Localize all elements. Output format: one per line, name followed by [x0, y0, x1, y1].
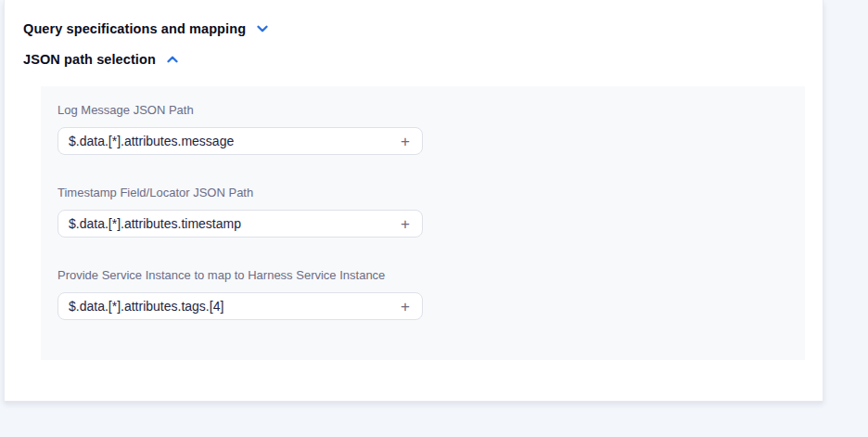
section-title: Query specifications and mapping — [23, 21, 246, 36]
section-header-query-specifications[interactable]: Query specifications and mapping — [23, 20, 271, 37]
page: Query specifications and mapping JSON pa… — [0, 0, 868, 437]
field-service-instance-json-path: Provide Service Instance to map to Harne… — [57, 268, 788, 320]
field-log-message-json-path: Log Message JSON Path + — [57, 103, 788, 155]
timestamp-json-path-field: + — [57, 210, 423, 238]
chevron-down-icon[interactable] — [254, 20, 271, 37]
field-label: Log Message JSON Path — [57, 103, 788, 118]
log-message-json-path-input[interactable] — [58, 128, 399, 154]
service-instance-json-path-field: + — [57, 292, 423, 320]
field-label: Timestamp Field/Locator JSON Path — [57, 186, 788, 200]
field-label: Provide Service Instance to map to Harne… — [57, 268, 788, 283]
settings-card: Query specifications and mapping JSON pa… — [4, 0, 823, 402]
plus-icon[interactable]: + — [399, 134, 412, 149]
plus-icon[interactable]: + — [399, 299, 412, 315]
json-path-selection-panel: Log Message JSON Path + Timestamp Field/… — [41, 86, 805, 360]
section-header-json-path-selection[interactable]: JSON path selection — [23, 51, 181, 68]
plus-icon[interactable]: + — [399, 216, 412, 232]
timestamp-json-path-input[interactable] — [58, 211, 399, 237]
service-instance-json-path-input[interactable] — [58, 293, 399, 319]
field-timestamp-json-path: Timestamp Field/Locator JSON Path + — [57, 186, 788, 238]
section-title: JSON path selection — [23, 52, 156, 67]
chevron-up-icon[interactable] — [164, 51, 181, 68]
log-message-json-path-field: + — [57, 127, 423, 155]
